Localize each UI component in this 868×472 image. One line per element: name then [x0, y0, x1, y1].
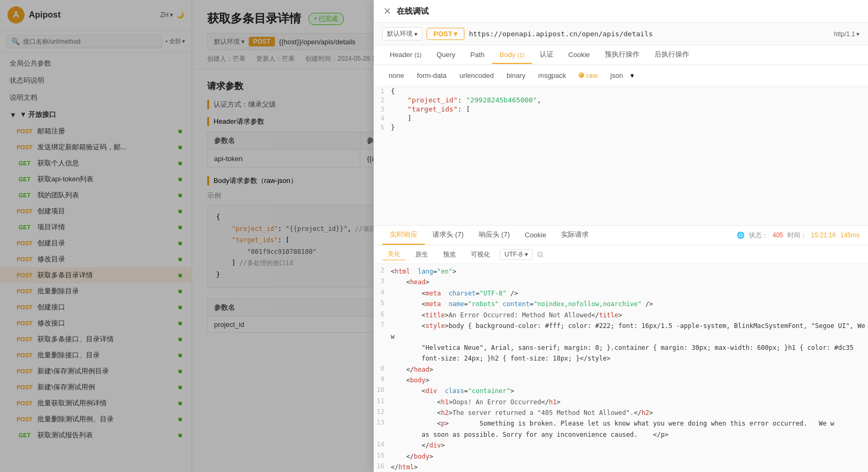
encoding-selector[interactable]: UTF-8 ▾: [500, 249, 533, 260]
tab-post-action[interactable]: 后执行操作: [647, 45, 697, 65]
resp-line-15: 15 </body>: [374, 451, 868, 462]
tab-realtime-response[interactable]: 实时响应: [382, 226, 425, 245]
debug-header: ✕ 在线调试: [374, 0, 868, 23]
code-content: "Helvetica Neue", Arial, sans-serif; mar…: [391, 342, 854, 353]
line-number: 3: [374, 277, 391, 287]
resp-line-2: 2 <html lang="en">: [374, 266, 868, 277]
line-number: 13: [374, 418, 391, 429]
response-code-view: 2 <html lang="en"> 3 <head> 4 <meta char…: [374, 264, 868, 472]
chevron-down-icon[interactable]: ▾: [630, 71, 634, 79]
code-content: </body>: [391, 451, 433, 462]
tab-header[interactable]: Header (1): [382, 46, 429, 64]
debug-tabs: Header (1) Query Path Body (1) 认证 Cookie…: [374, 45, 868, 65]
http-version-selector[interactable]: http/1.1 ▾: [834, 30, 859, 38]
code-content: }: [391, 123, 395, 131]
code-content: ]: [391, 114, 412, 122]
code-content: {: [391, 87, 395, 95]
code-content: <h2>The server returned a "405 Method No…: [391, 407, 653, 418]
fmt-beautify[interactable]: 美化: [382, 249, 406, 260]
line-number: 2: [374, 266, 391, 277]
line-number: 10: [374, 386, 391, 396]
resp-line-7: 7 <style>body { background-color: #fff; …: [374, 321, 868, 342]
status-label: 状态：: [749, 231, 768, 240]
tab-pre-action[interactable]: 预执行操作: [597, 45, 647, 65]
body-tab-raw[interactable]: raw: [572, 69, 604, 82]
debug-modal: ✕ 在线调试 默认环境 ▾ POST ▾ https://openapi.api…: [374, 0, 868, 472]
line-number: 4: [374, 114, 391, 122]
tab-query[interactable]: Query: [429, 46, 463, 64]
code-content: <html lang="en">: [391, 266, 456, 277]
response-meta: 🌐 状态： 405 时间： 15:21:16 145ms: [737, 231, 859, 240]
close-button[interactable]: ✕: [383, 5, 391, 17]
body-tab-urlencoded[interactable]: urlencoded: [453, 69, 500, 82]
line-number: [374, 353, 391, 364]
resp-line-7c: font-size: 24px; }h2 { font-size: 18px; …: [374, 353, 868, 364]
code-content: <div class="container">: [391, 386, 514, 396]
status-code: 405: [772, 231, 783, 239]
resp-line-3: 3 <head>: [374, 277, 868, 287]
chevron-down-icon: ▾: [414, 30, 417, 38]
tab-path[interactable]: Path: [463, 46, 492, 64]
chevron-down-icon: ▾: [454, 30, 457, 38]
response-time: 15:21:16: [811, 231, 836, 239]
copy-button[interactable]: ⧉: [537, 250, 543, 259]
body-tab-form-data[interactable]: form-data: [411, 69, 453, 82]
line-number: 12: [374, 407, 391, 418]
resp-line-16: 16 </html>: [374, 462, 868, 472]
tab-response-headers[interactable]: 响应头 (7): [471, 226, 518, 245]
code-content: <meta name="robots" content="noindex,nof…: [391, 299, 653, 309]
line-number: 11: [374, 397, 391, 407]
debug-overlay: ✕ 在线调试 默认环境 ▾ POST ▾ https://openapi.api…: [0, 0, 868, 472]
line-number: 6: [374, 310, 391, 321]
resp-line-9: 9 <body>: [374, 375, 868, 386]
fmt-raw[interactable]: 原生: [410, 249, 433, 260]
code-line-2: 2 "project_id": "29928245b465000",: [374, 95, 868, 105]
code-content: <body>: [391, 375, 429, 386]
line-number: 7: [374, 321, 391, 342]
code-content: <h1>Oops! An Error Occurred</h1>: [391, 397, 561, 407]
body-type-tabs: none form-data urlencoded binary msgpack…: [374, 65, 868, 86]
line-number: 5: [374, 299, 391, 309]
line-number: 9: [374, 375, 391, 386]
body-tab-none[interactable]: none: [382, 69, 411, 82]
body-tab-binary[interactable]: binary: [500, 69, 532, 82]
resp-line-11: 11 <h1>Oops! An Error Occurred</h1>: [374, 397, 868, 407]
tab-actual-request[interactable]: 实际请求: [554, 226, 596, 245]
resp-line-5: 5 <meta name="robots" content="noindex,n…: [374, 299, 868, 309]
chevron-down-icon: ▾: [856, 30, 859, 38]
resp-line-13: 13 <p> Something is broken. Please let u…: [374, 418, 868, 429]
tab-body[interactable]: Body (1): [492, 46, 532, 64]
debug-method-selector[interactable]: POST ▾: [427, 28, 464, 40]
fmt-visualize[interactable]: 可视化: [465, 249, 495, 260]
body-tab-msgpack[interactable]: msgpack: [532, 69, 572, 82]
code-content: as soon as possible. Sorry for any incon…: [391, 429, 668, 440]
line-number: 8: [374, 364, 391, 375]
resp-line-4: 4 <meta charset="UTF-8" />: [374, 288, 868, 299]
response-format-bar: 美化 原生 预览 可视化 UTF-8 ▾ ⧉: [374, 245, 868, 264]
radio-filled-icon: [579, 73, 584, 78]
resp-line-10: 10 <div class="container">: [374, 386, 868, 396]
body-tab-json[interactable]: json: [604, 69, 629, 82]
response-tabs: 实时响应 请求头 (7) 响应头 (7) Cookie 实际请求 🌐 状态： 4…: [374, 226, 868, 245]
debug-url-bar: 默认环境 ▾ POST ▾ https://openapi.apipost.cn…: [374, 23, 868, 45]
response-duration: 145ms: [840, 231, 859, 239]
code-content: "target_ids": [: [391, 105, 470, 113]
debug-url: https://openapi.apipost.cn/open/apis/det…: [469, 30, 830, 38]
tab-response-cookie[interactable]: Cookie: [517, 227, 554, 244]
debug-title: 在线调试: [397, 6, 429, 17]
debug-code-editor[interactable]: 1 { 2 "project_id": "29928245b465000", 3…: [374, 86, 868, 225]
line-number: 15: [374, 451, 391, 462]
code-content: <head>: [391, 277, 429, 287]
response-area: 实时响应 请求头 (7) 响应头 (7) Cookie 实际请求 🌐 状态： 4…: [374, 225, 868, 472]
resp-line-6: 6 <title>An Error Occurred: Method Not A…: [374, 310, 868, 321]
tab-auth[interactable]: 认证: [532, 45, 561, 65]
debug-env-selector[interactable]: 默认环境 ▾: [382, 27, 422, 41]
code-content: </div>: [391, 440, 445, 451]
code-content: <style>body { background-color: #fff; co…: [391, 321, 868, 342]
line-number: 5: [374, 123, 391, 131]
line-number: 16: [374, 462, 391, 472]
code-content: <meta charset="UTF-8" />: [391, 288, 518, 299]
tab-cookie[interactable]: Cookie: [561, 46, 597, 64]
tab-request-headers[interactable]: 请求头 (7): [425, 226, 471, 245]
fmt-preview[interactable]: 预览: [438, 249, 461, 260]
